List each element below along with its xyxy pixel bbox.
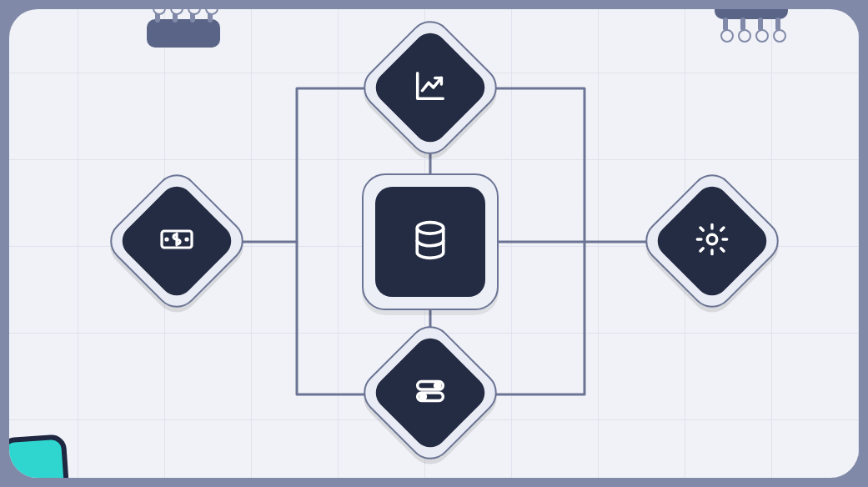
svg-point-4 bbox=[707, 234, 717, 244]
svg-point-0 bbox=[417, 223, 444, 234]
center-node bbox=[362, 173, 499, 310]
svg-point-2 bbox=[166, 238, 168, 240]
svg-point-6 bbox=[435, 383, 440, 388]
money-icon bbox=[157, 219, 197, 263]
svg-point-3 bbox=[186, 238, 188, 240]
database-icon bbox=[408, 218, 453, 266]
chart-line-icon bbox=[411, 67, 449, 108]
svg-point-8 bbox=[420, 394, 425, 399]
gear-icon bbox=[693, 220, 731, 262]
diagram-panel bbox=[9, 9, 859, 478]
sliders-icon bbox=[411, 372, 449, 414]
